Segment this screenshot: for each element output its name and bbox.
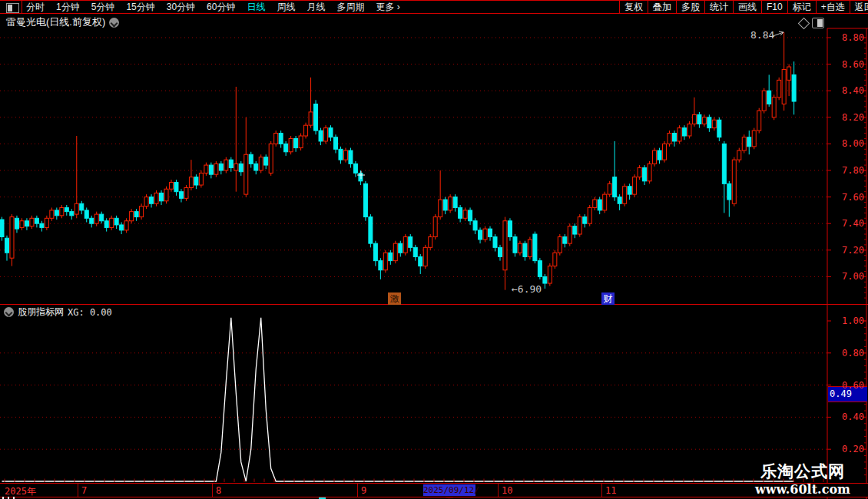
month-divider	[78, 484, 78, 497]
period-tab-11[interactable]: 更多 ›	[376, 1, 399, 13]
price-axis-label: 7.60	[833, 192, 864, 203]
chart-canvas[interactable]	[0, 0, 868, 499]
watermark-site-name: 乐淘公式网	[755, 461, 850, 482]
price-axis-label: 7.20	[833, 245, 864, 256]
month-divider	[601, 484, 602, 497]
watermark: 乐淘公式网 www.60lt.com	[755, 461, 850, 497]
price-axis-label: 8.20	[833, 112, 864, 123]
stock-chart-window: { "toolbar_left": { "items": ["分时","1分钟"…	[0, 0, 868, 499]
stock-title: 雷曼光电(日线.前复权)	[6, 15, 105, 29]
period-tab-3[interactable]: 5分钟	[91, 1, 115, 13]
period-tab-9[interactable]: 月线	[306, 1, 325, 13]
selected-date-box: 2025/09/12/五	[423, 484, 475, 496]
news-marker-orange[interactable]: 激	[388, 292, 401, 305]
toolbar: 分时1分钟5分钟15分钟30分钟60分钟日线周线月线多周期更多 › 复权叠加多股…	[0, 0, 868, 14]
period-tab-8[interactable]: 周线	[277, 1, 295, 13]
period-tab-10[interactable]: 多周期	[336, 1, 364, 13]
period-toolbar: 分时1分钟5分钟15分钟30分钟60分钟日线周线月线多周期更多 ›	[26, 1, 400, 13]
period-tab-1[interactable]: 分时	[26, 1, 45, 13]
month-divider	[357, 484, 358, 497]
watermark-url: www.60lt.com	[755, 482, 850, 497]
period-tab-4[interactable]: 15分钟	[126, 1, 154, 13]
indicator-axis-label: 0.40	[833, 411, 864, 422]
report-marker-blue[interactable]: 财	[601, 292, 615, 305]
price-axis-label: 7.80	[833, 165, 864, 176]
month-label: 11	[605, 485, 616, 496]
indicator-axis-label: 0.80	[833, 348, 864, 359]
layout-panel-icon[interactable]	[6, 3, 19, 13]
action-button-4[interactable]: 统计	[704, 1, 733, 13]
indicator-header: 股朋指标网 XG: 0.00	[4, 306, 112, 318]
high-price-annotation: 8.84	[750, 29, 774, 41]
price-axis-label: 8.80	[833, 32, 864, 43]
indicator-value: XG: 0.00	[68, 307, 112, 318]
period-tab-2[interactable]: 1分钟	[56, 1, 80, 13]
action-button-6[interactable]: F10	[761, 1, 787, 13]
price-axis-label: 7.00	[833, 271, 864, 282]
action-button-7[interactable]: 标记	[787, 1, 816, 13]
price-axis-label: 8.60	[833, 59, 864, 70]
action-button-8[interactable]: +自选	[816, 1, 850, 13]
month-label: 9	[361, 485, 366, 496]
price-axis-label: 8.00	[833, 138, 864, 149]
month-label: 10	[502, 485, 512, 496]
action-button-2[interactable]: 叠加	[648, 1, 676, 13]
period-tab-6[interactable]: 60分钟	[207, 1, 235, 13]
chevron-down-icon[interactable]	[4, 307, 14, 317]
period-tab-5[interactable]: 30分钟	[167, 1, 195, 13]
split-panel-icon[interactable]	[812, 18, 824, 28]
chart-titlebar: 雷曼光电(日线.前复权)	[6, 16, 119, 28]
action-button-9[interactable]: 返回	[850, 1, 868, 13]
indicator-name[interactable]: 股朋指标网	[18, 306, 64, 319]
price-axis-label: 8.40	[833, 85, 864, 96]
month-divider	[498, 484, 499, 497]
action-button-3[interactable]: 多股	[676, 1, 704, 13]
indicator-axis-label: 0.20	[833, 444, 864, 454]
year-label: 2025年	[5, 485, 36, 498]
actions-toolbar: 复权叠加多股统计画线F10标记+自选返回	[619, 1, 868, 13]
indicator-axis-label: 0.60	[833, 380, 864, 391]
period-tab-7[interactable]: 日线	[247, 1, 265, 13]
low-price-annotation: ←6.90	[512, 283, 542, 295]
indicator-axis-label: 1.00	[833, 316, 864, 326]
divider	[22, 1, 22, 13]
action-button-5[interactable]: 画线	[733, 1, 761, 13]
month-divider	[212, 484, 213, 497]
action-button-1[interactable]: 复权	[619, 1, 648, 13]
price-axis-label: 7.40	[833, 218, 864, 229]
date-axis[interactable]: 2025年 2025/09/12/五 7891011	[0, 483, 868, 497]
month-label: 7	[81, 485, 87, 496]
month-label: 8	[216, 485, 221, 496]
chevron-down-icon[interactable]	[109, 18, 119, 28]
